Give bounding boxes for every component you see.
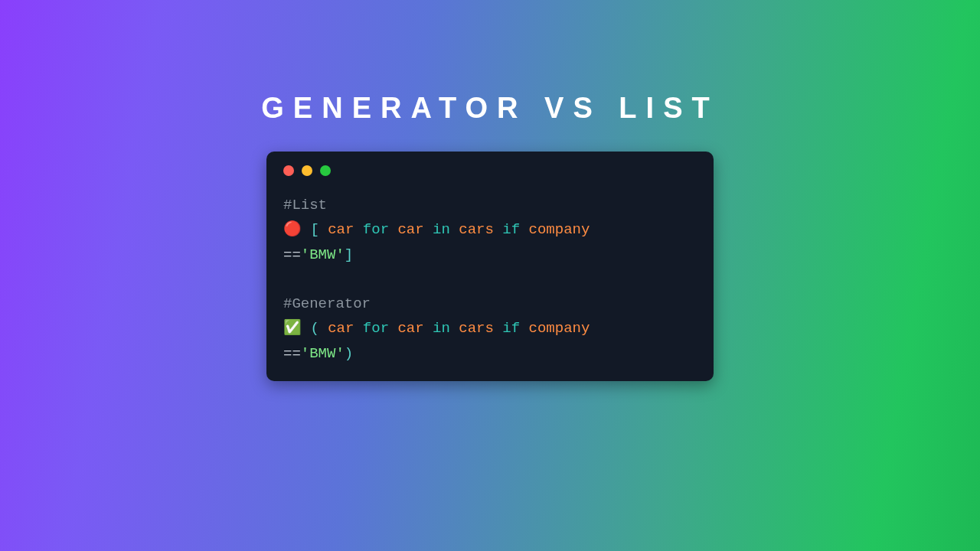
code-content: #List 🔴 [ car for car in cars if company… <box>283 193 697 366</box>
var-car: car <box>328 221 354 238</box>
kw-if-2: if <box>502 320 520 337</box>
minimize-icon <box>302 165 312 176</box>
code-window: #List 🔴 [ car for car in cars if company… <box>266 152 714 381</box>
close-paren: ) <box>345 345 353 362</box>
maximize-icon <box>320 165 331 176</box>
var-car-iter: car <box>397 221 423 238</box>
open-paren: ( <box>310 320 318 337</box>
var-car-2: car <box>328 320 354 337</box>
var-company-2: company <box>529 320 590 337</box>
comment-generator: #Generator <box>283 295 371 312</box>
kw-for-2: for <box>363 320 389 337</box>
emoji-stop-icon: 🔴 <box>283 221 302 238</box>
code-block: #List 🔴 [ car for car in cars if company… <box>283 193 697 366</box>
op-eq-2: == <box>283 345 301 362</box>
comment-list: #List <box>283 197 327 214</box>
open-bracket: [ <box>310 221 318 238</box>
str-bmw: 'BMW' <box>301 246 345 263</box>
emoji-check-icon: ✅ <box>283 320 302 337</box>
close-icon <box>283 165 294 176</box>
kw-if: if <box>502 221 520 238</box>
var-company: company <box>529 221 590 238</box>
page-title: GENERATOR VS LIST <box>0 92 980 125</box>
var-cars-2: cars <box>459 320 494 337</box>
op-eq: == <box>283 246 301 263</box>
kw-in-2: in <box>433 320 450 337</box>
var-car-iter-2: car <box>397 320 423 337</box>
close-bracket: ] <box>345 246 353 263</box>
var-cars: cars <box>459 221 494 238</box>
kw-for: for <box>363 221 389 238</box>
kw-in: in <box>433 221 450 238</box>
str-bmw-2: 'BMW' <box>301 345 345 362</box>
window-traffic-lights <box>283 165 697 176</box>
